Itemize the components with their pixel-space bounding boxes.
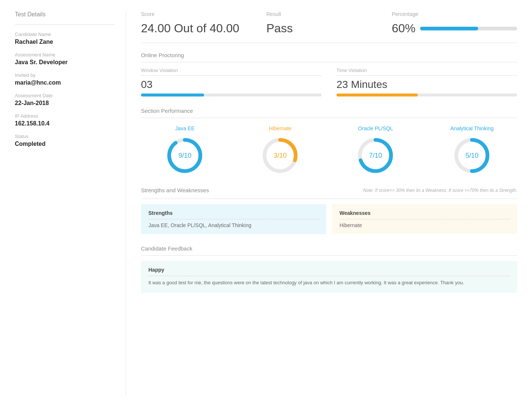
donut-1: 3/10: [260, 135, 301, 176]
right-panel: Score 24.00 Out of 40.00 Result Pass Per…: [126, 11, 517, 395]
sw-cards-row: Strengths Java EE, Oracle PL/SQL, Analyt…: [141, 204, 517, 234]
score-row: Score 24.00 Out of 40.00 Result Pass Per…: [141, 11, 517, 43]
time-violation-col: Time Violation 23 Minutes: [336, 68, 517, 96]
sw-heading: Strengths and Weaknesses: [141, 187, 209, 193]
time-violation-value: 23 Minutes: [336, 79, 517, 91]
window-violation-label: Window Violation: [141, 68, 322, 73]
feedback-text: It was a good test for me, the questions…: [148, 279, 510, 287]
ip-address-label: IP Address: [15, 113, 115, 119]
percentage-progress-fill: [420, 27, 478, 30]
perf-col-0: Java EE 9/10: [164, 125, 205, 176]
invited-by-value: maria@hnc.com: [15, 79, 115, 86]
perf-col-3: Analytical Thinking 5/10: [450, 125, 493, 176]
donut-2: 7/10: [355, 135, 396, 176]
time-violation-label: Time Violation: [336, 68, 517, 73]
weaknesses-title: Weaknesses: [339, 210, 510, 219]
weaknesses-content: Hibernate: [339, 222, 510, 228]
score-header: Score: [141, 11, 266, 17]
feedback-card: Happy It was a good test for me, the que…: [141, 261, 517, 293]
proctoring-row: Window Violation 03 Time Violation 23 Mi…: [141, 68, 517, 96]
donut-text-1: 3/10: [274, 152, 287, 160]
perf-label-1: Hibernate: [269, 125, 292, 131]
donut-3: 5/10: [451, 135, 492, 176]
result-column: Result Pass: [266, 11, 392, 35]
status-value: Completed: [15, 141, 115, 147]
donut-0: 9/10: [164, 135, 205, 176]
left-panel: Test Details Candidate Name Rachael Zane…: [15, 11, 126, 395]
score-column: Score 24.00 Out of 40.00: [141, 11, 266, 35]
sw-note: Note: If score<= 30% then its a Weakness…: [363, 188, 517, 193]
invited-by-label: Invited by: [15, 72, 115, 78]
assessment-name-value: Java Sr. Developer: [15, 59, 115, 66]
feedback-heading: Candidate Feedback: [141, 245, 517, 256]
window-violation-value: 03: [141, 79, 322, 91]
perf-col-2: Oracle PL/SQL 7/10: [355, 125, 396, 176]
perf-label-3: Analytical Thinking: [450, 125, 493, 131]
time-violation-fill: [336, 94, 418, 96]
donut-text-0: 9/10: [178, 152, 191, 160]
sw-header-row: Strengths and Weaknesses Note: If score<…: [141, 187, 517, 193]
strengths-content: Java EE, Oracle PL/SQL, Analytical Think…: [148, 222, 319, 228]
percentage-row: 60%: [392, 22, 517, 35]
perf-col-1: Hibernate 3/10: [260, 125, 301, 176]
assessment-date-value: 22-Jan-2018: [15, 100, 115, 107]
strengths-card: Strengths Java EE, Oracle PL/SQL, Analyt…: [141, 204, 326, 234]
assessment-date-label: Assessment Date: [15, 93, 115, 98]
online-proctoring-heading: Online Proctoring: [141, 52, 517, 62]
assessment-name-label: Assessment Name: [15, 52, 115, 58]
result-value: Pass: [266, 22, 392, 35]
donut-text-3: 5/10: [466, 152, 479, 160]
perf-label-2: Oracle PL/SQL: [358, 125, 393, 131]
candidate-name-label: Candidate Name: [15, 32, 115, 37]
ip-address-value: 162.158.10.4: [15, 120, 115, 127]
candidate-name-value: Rachael Zane: [15, 39, 115, 45]
percentage-header: Percentage: [392, 11, 517, 17]
perf-label-0: Java EE: [175, 125, 194, 131]
window-violation-fill: [141, 94, 204, 96]
percentage-progress-bar: [420, 27, 517, 30]
score-value: 24.00 Out of 40.00: [141, 22, 266, 35]
donut-text-2: 7/10: [369, 152, 382, 160]
weaknesses-card: Weaknesses Hibernate: [332, 204, 517, 234]
strengths-weaknesses-section: Strengths and Weaknesses Note: If score<…: [141, 187, 517, 234]
window-violation-col: Window Violation 03: [141, 68, 322, 96]
result-header: Result: [266, 11, 392, 17]
test-details-title: Test Details: [15, 11, 115, 18]
time-violation-bar: [336, 94, 517, 96]
feedback-section: Candidate Feedback Happy It was a good t…: [141, 245, 517, 293]
window-violation-bar: [141, 94, 322, 96]
percentage-value: 60%: [392, 22, 416, 35]
section-performance-row: Java EE 9/10 Hibernate 3/10 Oracle PL/SQ…: [141, 125, 517, 176]
feedback-title: Happy: [148, 267, 510, 276]
status-label: Status: [15, 134, 115, 139]
percentage-column: Percentage 60%: [392, 11, 517, 35]
strengths-title: Strengths: [148, 210, 319, 219]
section-performance-heading: Section Performance: [141, 108, 517, 118]
